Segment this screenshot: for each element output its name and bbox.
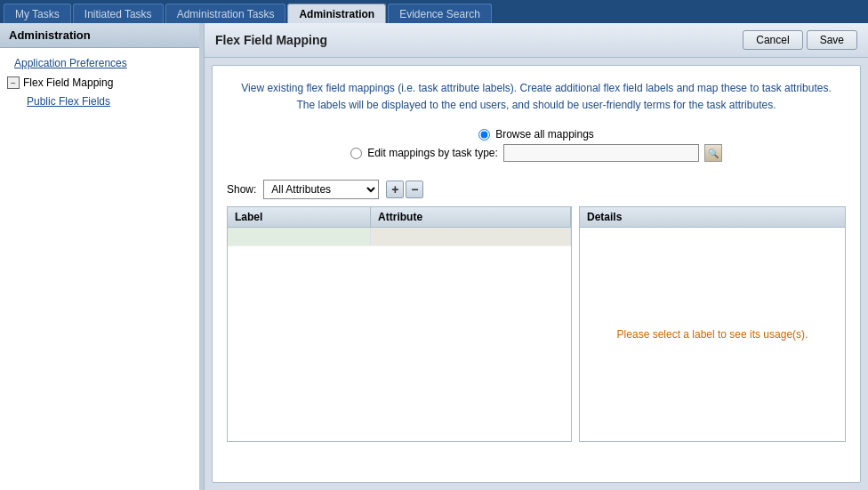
tab-my-tasks[interactable]: My Tasks [4,4,71,23]
cancel-button[interactable]: Cancel [743,30,802,50]
sidebar-content: Application Preferences − Flex Field Map… [0,48,204,116]
add-button[interactable]: + [386,181,404,198]
main-layout: Administration Application Preferences −… [0,23,868,490]
page-title: Flex Field Mapping [215,33,327,47]
sidebar-title: Administration [0,23,204,48]
browse-icon-button[interactable]: 🔍 [704,144,722,162]
sidebar-item-public-flex-fields[interactable]: Public Flex Fields [0,92,204,110]
tab-administration-tasks[interactable]: Administration Tasks [165,4,286,23]
mapping-table-container: Label Attribute [227,206,572,442]
details-placeholder-text: Please select a label to see its usage(s… [617,328,808,341]
tab-evidence-search[interactable]: Evidence Search [388,4,492,23]
sidebar-item-flex-field-mapping[interactable]: − Flex Field Mapping [0,73,204,92]
tables-row: Label Attribute [227,206,846,442]
content-body: View existing flex field mappings (i.e. … [212,65,861,483]
content-area: Flex Field Mapping Cancel Save View exis… [205,23,868,490]
info-line2: The labels will be displayed to the end … [227,97,846,114]
radio-section: Browse all mappings Edit mappings by tas… [227,128,846,162]
show-label: Show: [227,183,256,196]
show-row: Show: All Attributes Mapped Only Unmappe… [227,180,846,199]
edit-by-type-label: Edit mappings by task type: [367,147,498,159]
task-type-input[interactable] [503,144,699,162]
edit-by-type-radio[interactable] [350,148,362,159]
radio-browse-row: Browse all mappings [478,128,594,141]
mapping-table: Label Attribute [228,207,571,246]
show-select[interactable]: All Attributes Mapped Only Unmapped Only [263,180,379,199]
sidebar: Administration Application Preferences −… [0,23,205,490]
sidebar-splitter[interactable] [199,23,204,490]
collapse-icon: − [7,76,20,89]
details-body: Please select a label to see its usage(s… [580,228,845,441]
radio-edit-row: Edit mappings by task type: 🔍 [350,144,722,162]
browse-all-radio[interactable] [478,129,490,141]
flex-field-mapping-label: Flex Field Mapping [23,76,113,89]
info-line1: View existing flex field mappings (i.e. … [227,80,846,97]
attribute-cell-placeholder [371,228,571,246]
col-attribute-header: Attribute [371,207,571,228]
tab-administration[interactable]: Administration [287,4,386,23]
tab-initiated-tasks[interactable]: Initiated Tasks [73,4,164,23]
add-remove-buttons: + − [386,181,423,198]
info-text: View existing flex field mappings (i.e. … [227,80,846,114]
label-cell-placeholder [228,228,371,246]
remove-button[interactable]: − [406,181,423,198]
save-button[interactable]: Save [807,30,857,50]
header-buttons: Cancel Save [743,30,857,50]
details-container: Details Please select a label to see its… [579,206,846,442]
col-label-header: Label [228,207,371,228]
browse-all-label: Browse all mappings [495,128,594,141]
table-row-placeholder [228,228,571,246]
content-header: Flex Field Mapping Cancel Save [205,23,868,58]
details-header: Details [580,207,845,228]
sidebar-item-app-preferences[interactable]: Application Preferences [0,53,204,73]
tab-bar: My Tasks Initiated Tasks Administration … [0,0,868,23]
